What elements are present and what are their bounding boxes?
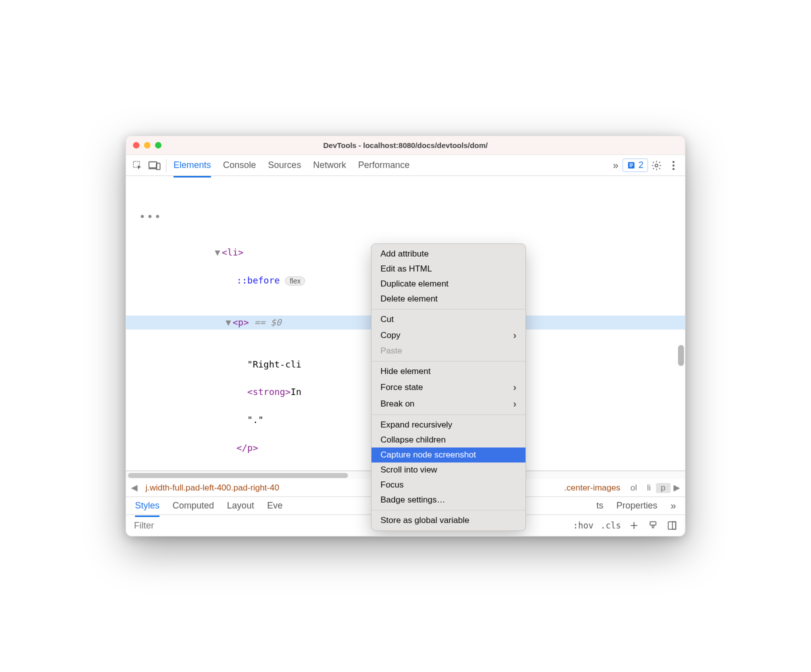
svg-rect-1 [149,162,157,168]
horizontal-scrollbar-thumb[interactable] [128,473,348,478]
breadcrumb-item-current[interactable]: p [656,483,670,493]
inspect-element-icon[interactable] [129,157,146,174]
menu-item-add-attribute[interactable]: Add attribute [372,246,526,262]
new-style-rule-icon[interactable] [628,520,640,530]
computed-panel-icon[interactable] [666,520,678,530]
menu-separator [372,309,526,310]
menu-separator [372,361,526,362]
menu-item-label: Scroll into view [380,465,437,475]
hov-toggle[interactable]: :hov [573,520,594,530]
flex-badge[interactable]: flex [285,276,305,286]
tab-sources[interactable]: Sources [268,156,301,174]
breadcrumb-item[interactable]: j.width-full.pad-left-400.pad-right-40 [140,483,284,493]
menu-item-label: Capture node screenshot [380,450,476,460]
menu-item-delete-element[interactable]: Delete element [372,292,526,306]
vertical-scrollbar-thumb[interactable] [678,345,684,366]
main-toolbar: Elements Console Sources Network Perform… [126,155,685,176]
submenu-chevron-icon: › [513,382,516,393]
submenu-chevron-icon: › [513,398,516,410]
cls-toggle[interactable]: .cls [600,520,621,530]
menu-item-cut[interactable]: Cut [372,312,526,327]
svg-rect-10 [668,522,676,530]
settings-icon[interactable] [648,160,665,171]
breadcrumb-right-icon[interactable]: ▶ [670,482,683,493]
menu-item-copy[interactable]: Copy› [372,327,526,344]
menu-item-label: Duplicate element [380,279,448,289]
svg-point-7 [672,164,674,166]
breadcrumb-item[interactable]: li [642,483,656,493]
menu-item-duplicate-element[interactable]: Duplicate element [372,276,526,292]
tab-performance[interactable]: Performance [358,156,410,174]
subtab-event-listeners[interactable]: Eve [267,498,282,514]
tab-network[interactable]: Network [313,156,346,174]
more-tabs-icon[interactable]: » [613,160,618,171]
menu-item-store-as-global-variable[interactable]: Store as global variable [372,513,526,528]
menu-separator [372,510,526,510]
menu-item-label: Collapse children [380,435,446,445]
subtab-styles[interactable]: Styles [135,498,160,514]
svg-rect-9 [650,522,656,526]
devtools-window: DevTools - localhost:8080/docs/devtools/… [126,136,686,536]
menu-item-collapse-children[interactable]: Collapse children [372,432,526,448]
menu-item-force-state[interactable]: Force state› [372,379,526,396]
tab-console[interactable]: Console [223,156,256,174]
menu-item-label: Edit as HTML [380,264,432,274]
menu-item-scroll-into-view[interactable]: Scroll into view [372,462,526,478]
more-subtabs-icon[interactable]: » [670,500,676,512]
menu-item-label: Cut [380,314,394,324]
menu-item-label: Store as global variable [380,516,470,526]
menu-item-label: Add attribute [380,249,428,259]
issues-count: 2 [638,160,644,170]
menu-item-label: Paste [380,346,402,356]
subtab-properties[interactable]: Properties [616,498,658,514]
submenu-chevron-icon: › [513,330,516,341]
subtab-computed[interactable]: Computed [172,498,214,514]
menu-item-label: Copy [380,330,400,340]
titlebar: DevTools - localhost:8080/docs/devtools/… [126,136,685,155]
expand-indicator-icon[interactable]: ••• [139,208,162,226]
menu-item-label: Badge settings… [380,495,445,505]
svg-point-8 [672,168,674,170]
breadcrumb-left-icon[interactable]: ◀ [128,482,140,493]
breadcrumb-item[interactable]: ol [626,483,642,493]
menu-item-label: Break on [380,399,414,409]
menu-item-hide-element[interactable]: Hide element [372,364,526,379]
menu-item-label: Delete element [380,294,438,304]
svg-point-5 [655,164,658,167]
menu-item-label: Expand recursively [380,420,452,430]
menu-item-capture-node-screenshot[interactable]: Capture node screenshot [372,448,526,462]
menu-item-paste: Paste [372,344,526,358]
menu-separator [372,414,526,415]
issues-badge[interactable]: 2 [622,158,648,172]
menu-item-break-on[interactable]: Break on› [372,396,526,412]
paint-brush-icon[interactable] [647,520,659,530]
subtab-layout[interactable]: Layout [227,498,254,514]
svg-point-6 [672,161,674,163]
breadcrumb-item[interactable]: .center-images [559,483,625,493]
menu-item-expand-recursively[interactable]: Expand recursively [372,418,526,432]
toolbar-divider [166,159,166,172]
menu-item-label: Focus [380,480,404,490]
device-toolbar-icon[interactable] [146,157,163,174]
panel-tabs: Elements Console Sources Network Perform… [174,156,410,174]
more-options-icon[interactable] [665,160,682,170]
window-title: DevTools - localhost:8080/docs/devtools/… [126,141,685,150]
menu-item-badge-settings[interactable]: Badge settings… [372,492,526,508]
menu-item-edit-as-html[interactable]: Edit as HTML [372,262,526,276]
svg-rect-11 [672,522,676,530]
issues-icon [627,161,636,170]
menu-item-label: Hide element [380,366,430,376]
subtab-breakpoints[interactable]: ts [596,498,604,514]
menu-item-focus[interactable]: Focus [372,478,526,492]
tab-elements[interactable]: Elements [174,156,211,174]
menu-item-label: Force state [380,382,423,392]
context-menu[interactable]: Add attributeEdit as HTMLDuplicate eleme… [371,244,526,531]
